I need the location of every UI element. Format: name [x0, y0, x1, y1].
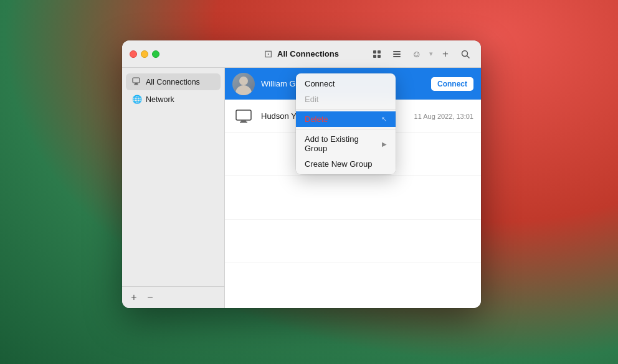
svg-rect-6: [393, 56, 401, 57]
svg-rect-11: [134, 85, 138, 85]
cursor-icon: ↖: [381, 115, 387, 123]
ctx-item-create-group[interactable]: Create New Group: [296, 156, 396, 172]
ctx-separator-1: [296, 109, 396, 110]
add-sidebar-item-button[interactable]: +: [127, 291, 141, 304]
context-menu: Connect Edit Delete ↖ Add to Existing Gr…: [296, 73, 396, 174]
svg-rect-13: [241, 121, 246, 122]
svg-rect-2: [373, 55, 376, 58]
ctx-add-to-group-label: Add to Existing Group: [305, 134, 382, 153]
traffic-lights: [130, 50, 159, 58]
maximize-button[interactable]: [152, 50, 159, 58]
remove-sidebar-item-button[interactable]: −: [143, 291, 157, 304]
titlebar: ⊡ All Connections ☺ ▾ +: [122, 40, 481, 68]
grid-icon: [373, 50, 381, 58]
sidebar-item-all-connections[interactable]: All Connections: [126, 73, 221, 90]
ctx-create-group-label: Create New Group: [305, 159, 372, 169]
sidebar-label-network: Network: [146, 95, 174, 104]
ctx-delete-label: Delete: [305, 114, 328, 124]
svg-rect-10: [135, 83, 138, 85]
ctx-item-delete[interactable]: Delete ↖: [296, 111, 396, 127]
svg-line-8: [467, 55, 470, 58]
all-connections-icon: [132, 77, 142, 87]
search-button[interactable]: [457, 46, 473, 62]
list-icon: [392, 50, 401, 58]
svg-rect-0: [373, 50, 376, 54]
ctx-item-add-to-group[interactable]: Add to Existing Group ▶: [296, 131, 396, 156]
svg-rect-9: [133, 78, 140, 83]
svg-rect-14: [240, 121, 247, 123]
empty-row-2: [225, 176, 481, 220]
avatar-william: [232, 73, 255, 95]
empty-row-3: [225, 220, 481, 263]
connect-button-william[interactable]: Connect: [431, 77, 473, 91]
svg-rect-3: [378, 55, 381, 58]
add-connection-button[interactable]: +: [437, 46, 454, 62]
grid-view-button[interactable]: [369, 46, 385, 62]
titlebar-center: ⊡ All Connections: [264, 48, 339, 60]
sidebar: All Connections 🌐 Network + −: [122, 68, 225, 308]
ctx-item-edit: Edit: [296, 91, 396, 107]
connection-timestamp-hudson: 11 Aug 2022, 13:01: [414, 113, 473, 120]
ctx-edit-label: Edit: [305, 95, 318, 104]
close-button[interactable]: [130, 50, 137, 58]
svg-rect-1: [378, 50, 381, 54]
sidebar-label-all-connections: All Connections: [146, 78, 200, 86]
sidebar-footer: + −: [122, 286, 224, 308]
svg-rect-5: [393, 54, 401, 55]
monitor-icon-hudson: [232, 105, 255, 128]
network-icon: 🌐: [132, 95, 142, 104]
svg-rect-12: [236, 110, 251, 120]
ctx-submenu-chevron: ▶: [382, 141, 387, 147]
minimize-button[interactable]: [141, 50, 148, 58]
svg-rect-4: [393, 51, 401, 52]
sidebar-toggle-icon[interactable]: ⊡: [264, 48, 272, 60]
window-title: All Connections: [277, 49, 339, 58]
ctx-item-connect[interactable]: Connect: [296, 76, 396, 91]
ctx-separator-2: [296, 129, 396, 129]
toolbar-actions: ☺ ▾ +: [369, 46, 473, 62]
sidebar-item-network[interactable]: 🌐 Network: [126, 91, 221, 107]
emoji-button[interactable]: ☺: [409, 46, 425, 62]
search-icon: [461, 50, 470, 58]
list-view-button[interactable]: [389, 46, 405, 62]
ctx-connect-label: Connect: [305, 79, 335, 88]
